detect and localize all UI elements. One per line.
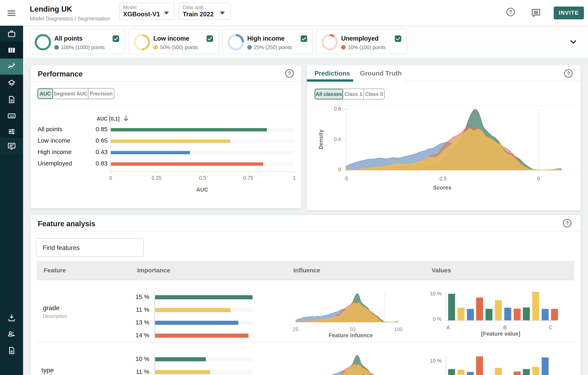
svg-text:123: 123	[9, 115, 14, 118]
